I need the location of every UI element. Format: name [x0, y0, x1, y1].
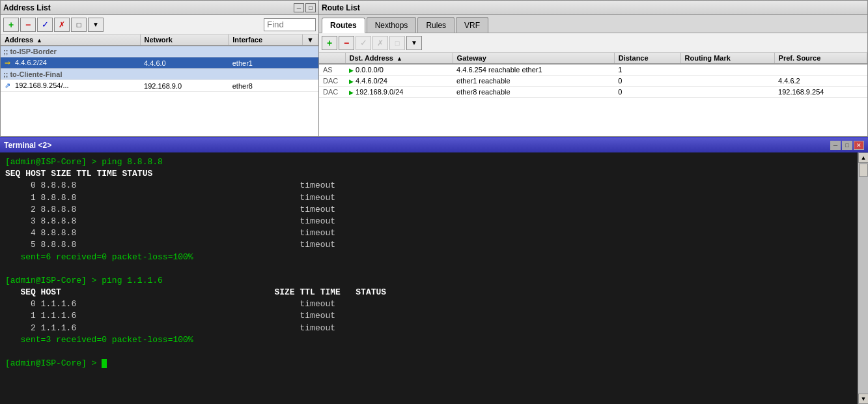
terminal-line: 4 8.8.8.8 timeout — [5, 227, 852, 239]
terminal-line: 1 1.1.1.6 timeout — [5, 310, 852, 322]
terminal-line: sent=3 received=0 packet-loss=100% — [5, 334, 852, 346]
table-row[interactable]: AS ▶ 0.0.0.0/0 4.4.6.254 reachable ether… — [319, 64, 867, 76]
table-row[interactable]: DAC ▶ 192.168.9.0/24 ether8 reachable 0 … — [319, 87, 867, 98]
col-network[interactable]: Network — [140, 35, 229, 46]
terminal-line: SEQ HOST SIZE TTL TIME STATUS — [5, 168, 852, 180]
col-gateway[interactable]: Gateway — [453, 53, 614, 64]
terminal-line: 2 8.8.8.8 timeout — [5, 204, 852, 216]
address-disable-btn[interactable]: ✗ — [54, 18, 70, 32]
group-isp-border: ;; to-ISP-Border — [1, 46, 318, 57]
route-remove-btn[interactable]: − — [339, 36, 354, 50]
scroll-track — [858, 163, 868, 394]
route-list-panel: Route List Routes Nexthops Rules VRF + −… — [319, 0, 868, 137]
terminal-line: [admin@ISP-Core] > ping 8.8.8.8 — [5, 156, 852, 168]
terminal-line: 3 8.8.8.8 timeout — [5, 216, 852, 227]
route-list-title: Route List — [322, 3, 360, 12]
terminal-scrollbar: ▲ ▼ — [858, 152, 868, 404]
terminal-line: [admin@ISP-Core] > ping 1.1.1.6 — [5, 275, 852, 287]
tab-vrf[interactable]: VRF — [456, 17, 488, 33]
group-cliente-final: ;; to-Cliente-Final — [1, 69, 318, 80]
tab-routes[interactable]: Routes — [322, 18, 365, 33]
address-list-table: Address ▲ Network Interface ▼ ;; to-ISP-… — [1, 35, 318, 92]
address-list-panel: Address List ─ □ + − ✓ ✗ □ ▼ — [0, 0, 319, 137]
route-tabs-bar: Routes Nexthops Rules VRF — [319, 15, 867, 33]
table-row[interactable]: ⇗ 192.168.9.254/... 192.168.9.0 ether8 — [1, 80, 318, 92]
address-find-input[interactable] — [264, 18, 316, 31]
terminal-title: Terminal <2> — [4, 141, 51, 150]
terminal-minimize-btn[interactable]: ─ — [830, 141, 841, 150]
col-dst-address[interactable]: Dst. Address ▲ — [345, 53, 453, 64]
col-address[interactable]: Address ▲ — [1, 35, 140, 46]
terminal-titlebar: Terminal <2> ─ □ ✕ — [0, 138, 868, 152]
terminal-line — [5, 263, 852, 275]
address-list-titlebar: Address List ─ □ — [1, 1, 318, 15]
route-enable-btn[interactable]: ✓ — [356, 36, 371, 50]
route-table: Dst. Address ▲ Gateway Distance Routing … — [319, 53, 867, 98]
terminal-body[interactable]: [admin@ISP-Core] > ping 8.8.8.8 SEQ HOST… — [0, 152, 858, 404]
route-disable-btn[interactable]: ✗ — [372, 36, 388, 50]
address-list-table-container: Address ▲ Network Interface ▼ ;; to-ISP-… — [1, 35, 318, 136]
col-flag[interactable] — [319, 53, 345, 64]
address-remove-btn[interactable]: − — [20, 18, 36, 32]
address-add-btn[interactable]: + — [3, 18, 19, 32]
route-add-btn[interactable]: + — [322, 36, 337, 50]
terminal-prompt-line: [admin@ISP-Core] > — [5, 358, 852, 369]
table-row[interactable]: DAC ▶ 4.4.6.0/24 ether1 reachable 0 4.4.… — [319, 76, 867, 87]
tab-nexthops[interactable]: Nexthops — [367, 17, 417, 33]
col-distance[interactable]: Distance — [614, 53, 680, 64]
terminal-line: 2 1.1.1.6 timeout — [5, 323, 852, 334]
address-copy-btn[interactable]: □ — [71, 18, 87, 32]
address-list-title: Address List — [3, 3, 51, 12]
terminal-line: 0 8.8.8.8 timeout — [5, 180, 852, 192]
address-list-maximize-btn[interactable]: □ — [305, 3, 316, 12]
col-interface[interactable]: Interface — [229, 35, 303, 46]
route-table-container: Dst. Address ▲ Gateway Distance Routing … — [319, 53, 867, 136]
col-expand[interactable]: ▼ — [303, 35, 318, 46]
terminal-line — [5, 346, 852, 358]
scroll-up-btn[interactable]: ▲ — [858, 152, 868, 163]
tab-rules[interactable]: Rules — [417, 17, 455, 33]
terminal-maximize-btn[interactable]: □ — [842, 141, 852, 150]
terminal-cursor — [102, 359, 107, 368]
address-enable-btn[interactable]: ✓ — [37, 18, 53, 32]
col-pref-source[interactable]: Pref. Source — [774, 53, 867, 64]
scroll-down-btn[interactable]: ▼ — [858, 394, 868, 404]
terminal-line: 1 8.8.8.8 timeout — [5, 192, 852, 204]
scroll-thumb[interactable] — [859, 164, 868, 177]
route-toolbar: + − ✓ ✗ □ ▼ — [319, 33, 867, 53]
terminal-line: SEQ HOST SIZE TTL TIME STATUS — [5, 287, 852, 298]
terminal-line: 5 8.8.8.8 timeout — [5, 239, 852, 251]
col-routing-mark[interactable]: Routing Mark — [680, 53, 774, 64]
terminal-line: sent=6 received=0 packet-loss=100% — [5, 252, 852, 263]
address-list-titlebar-controls: ─ □ — [294, 3, 316, 12]
address-filter-btn[interactable]: ▼ — [88, 18, 104, 32]
terminal-controls: ─ □ ✕ — [830, 141, 864, 150]
route-list-titlebar: Route List — [319, 1, 867, 15]
route-filter-btn[interactable]: ▼ — [406, 36, 422, 50]
terminal-close-btn[interactable]: ✕ — [854, 141, 864, 150]
terminal-panel: Terminal <2> ─ □ ✕ [admin@ISP-Core] > pi… — [0, 137, 868, 404]
address-list-minimize-btn[interactable]: ─ — [294, 3, 304, 12]
table-row[interactable]: ⇒ 4.4.6.2/24 4.4.6.0 ether1 — [1, 57, 318, 69]
route-copy-btn[interactable]: □ — [389, 36, 405, 50]
terminal-line: 0 1.1.1.6 timeout — [5, 298, 852, 310]
address-list-toolbar: + − ✓ ✗ □ ▼ — [1, 15, 318, 35]
